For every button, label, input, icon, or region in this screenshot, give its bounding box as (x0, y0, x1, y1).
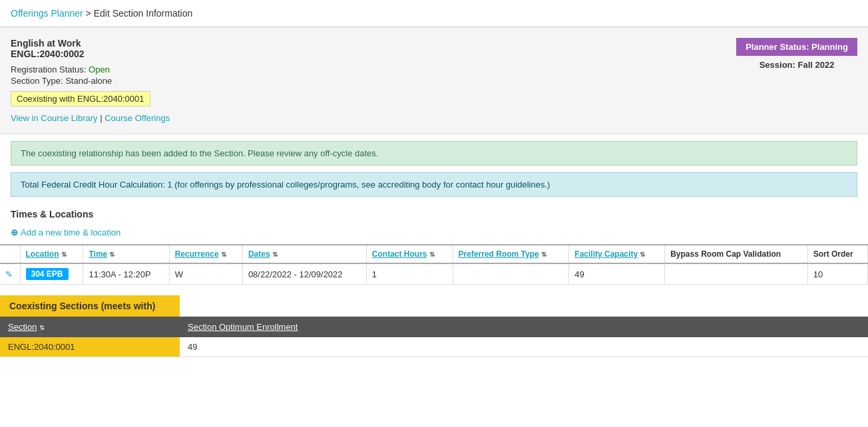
col-facility-capacity[interactable]: Facility Capacity ⇅ (569, 245, 665, 263)
coex-section-cell: ENGL:2040:0001 (0, 337, 180, 357)
col-time-link[interactable]: Time (89, 249, 107, 259)
time-sort-icon: ⇅ (109, 251, 114, 258)
breadcrumb-link[interactable]: Offerings Planner (11, 8, 83, 19)
recurrence-sort-icon: ⇅ (221, 251, 226, 258)
view-course-library-link[interactable]: View in Course Library (11, 113, 98, 123)
coex-enrollment-col-link[interactable]: Section Optimum Enrollment (188, 322, 298, 332)
coex-col-section[interactable]: Section ⇅ (0, 317, 180, 337)
course-offerings-link[interactable]: Course Offerings (105, 113, 170, 123)
coex-enrollment-cell: 49 (180, 337, 868, 357)
reg-status-label: Registration Status: (11, 65, 89, 74)
coex-table-row: ENGL:2040:0001 49 (0, 337, 868, 357)
col-dates-link[interactable]: Dates (248, 249, 270, 259)
col-preferred-room-type[interactable]: Preferred Room Type ⇅ (453, 245, 569, 263)
coexisting-sections-header: Coexisting Sections (meets with) (0, 295, 180, 317)
course-code: ENGL:2040:0002 (11, 49, 857, 59)
sort-order-cell: 10 (807, 263, 867, 285)
col-facility-cap-link[interactable]: Facility Capacity (574, 249, 638, 259)
coex-section-col-link[interactable]: Section (8, 322, 37, 332)
table-row: ✎ 304 EPB 11:30A - 12:20P W 08/22/2022 -… (0, 263, 868, 285)
times-locations-header: Times & Locations (0, 204, 868, 225)
col-sort-order: Sort Order (807, 245, 867, 263)
col-time[interactable]: Time ⇅ (83, 245, 169, 263)
col-location[interactable]: Location ⇅ (20, 245, 83, 263)
course-title: English at Work (11, 38, 857, 49)
location-badge: 304 EPB (26, 268, 69, 280)
coexisting-table: Section ⇅ Section Optimum Enrollment ENG… (0, 317, 868, 357)
col-bypass-room-cap: Bypass Room Cap Validation (665, 245, 808, 263)
session-label: Session: Fall 2022 (736, 60, 857, 70)
reg-status-value: Open (89, 65, 110, 74)
col-dates[interactable]: Dates ⇅ (242, 245, 366, 263)
course-links: View in Course Library | Course Offering… (11, 113, 857, 123)
dates-cell: 08/22/2022 - 12/09/2022 (242, 263, 366, 285)
section-type: Section Type: Stand-alone (11, 76, 857, 86)
planner-status-box: Planner Status: Planning Session: Fall 2… (736, 38, 857, 70)
col-contact-hours-link[interactable]: Contact Hours (372, 249, 427, 259)
location-sort-icon: ⇅ (61, 251, 67, 258)
contact-hours-cell: 1 (366, 263, 453, 285)
contact-hours-sort-icon: ⇅ (429, 251, 435, 258)
add-icon: ⊕ (11, 227, 18, 237)
preferred-room-type-cell (453, 263, 569, 285)
dates-sort-icon: ⇅ (272, 251, 278, 258)
add-location-label: Add a new time & location (21, 227, 120, 237)
edit-icon[interactable]: ✎ (5, 269, 13, 279)
facility-capacity-cell: 49 (569, 263, 665, 285)
alert-green: The coexisting relationship has been add… (11, 141, 857, 166)
registration-status: Registration Status: Open (11, 65, 857, 74)
coex-section-sort-icon: ⇅ (39, 324, 45, 331)
time-cell: 11:30A - 12:20P (83, 263, 169, 285)
add-location-container: ⊕Add a new time & location (0, 225, 868, 244)
col-recurrence-link[interactable]: Recurrence (175, 249, 219, 259)
breadcrumb-current: Edit Section Information (94, 8, 193, 19)
col-recurrence[interactable]: Recurrence ⇅ (169, 245, 242, 263)
bypass-room-cap-cell (665, 263, 808, 285)
add-location-link[interactable]: ⊕Add a new time & location (11, 227, 120, 237)
preferred-room-sort-icon: ⇅ (541, 251, 546, 258)
facility-cap-sort-icon: ⇅ (640, 251, 645, 258)
breadcrumb-separator: > (86, 8, 94, 19)
location-cell: 304 EPB (20, 263, 83, 285)
coexisting-sections: Coexisting Sections (meets with) Section… (0, 295, 868, 357)
alert-blue: Total Federal Credit Hour Calculation: 1… (11, 172, 857, 197)
coexisting-badge: Coexisting with ENGL:2040:0001 (11, 91, 150, 106)
edit-cell[interactable]: ✎ (0, 263, 20, 285)
times-locations-table: Location ⇅ Time ⇅ Recurrence ⇅ Dates ⇅ C… (0, 244, 868, 285)
planner-status-badge: Planner Status: Planning (736, 38, 857, 56)
coex-header-row: Section ⇅ Section Optimum Enrollment (0, 317, 868, 337)
breadcrumb: Offerings Planner > Edit Section Informa… (0, 0, 868, 27)
table-header-row: Location ⇅ Time ⇅ Recurrence ⇅ Dates ⇅ C… (0, 245, 868, 263)
col-contact-hours[interactable]: Contact Hours ⇅ (366, 245, 453, 263)
col-edit (0, 245, 20, 263)
coex-col-enrollment[interactable]: Section Optimum Enrollment (180, 317, 868, 337)
recurrence-cell: W (169, 263, 242, 285)
course-info-panel: English at Work ENGL:2040:0002 Registrat… (0, 27, 868, 134)
col-location-link[interactable]: Location (26, 249, 59, 259)
col-preferred-room-link[interactable]: Preferred Room Type (459, 249, 539, 259)
